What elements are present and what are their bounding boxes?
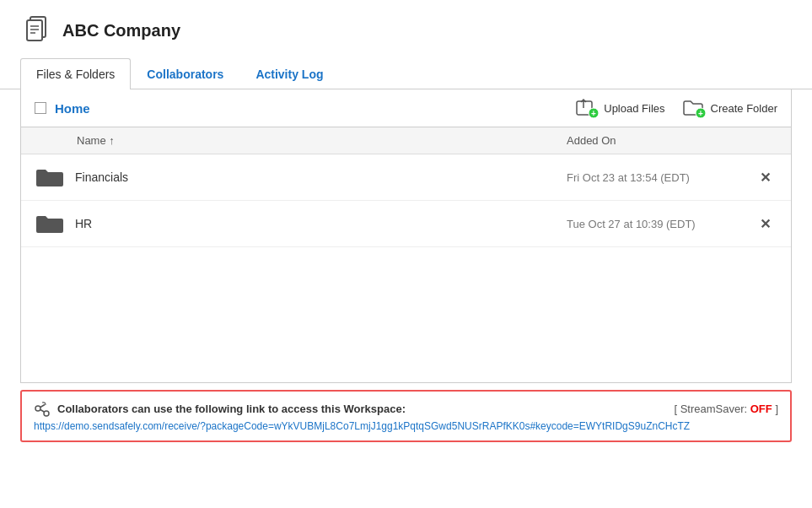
- table-header: Name ↑ Added On: [21, 127, 791, 154]
- svg-line-12: [40, 410, 45, 413]
- upload-files-label: Upload Files: [604, 102, 664, 115]
- workspace-link[interactable]: https://demo.sendsafely.com/receive/?pac…: [34, 420, 778, 432]
- select-all-checkbox[interactable]: [35, 102, 46, 114]
- svg-line-11: [40, 405, 45, 408]
- home-row: Home: [35, 101, 90, 116]
- footer-message: Collaborators can use the following link…: [57, 403, 406, 415]
- footer-left: Collaborators can use the following link…: [34, 400, 406, 417]
- streamsaver-status: [ StreamSaver: OFF ]: [674, 403, 778, 415]
- create-folder-label: Create Folder: [711, 102, 777, 115]
- table-row: HR Tue Oct 27 at 10:39 (EDT) ✕: [21, 201, 791, 247]
- share-icon: [34, 400, 51, 417]
- app-title: ABC Company: [62, 21, 180, 41]
- content-toolbar: Home + Upload Files +: [21, 89, 791, 127]
- upload-files-button[interactable]: + Upload Files: [575, 98, 664, 118]
- streamsaver-bracket: ]: [775, 403, 778, 415]
- streamsaver-label: [ StreamSaver:: [674, 403, 747, 415]
- app-header: ABC Company: [0, 0, 812, 57]
- svg-text:+: +: [591, 109, 596, 118]
- tab-files-folders[interactable]: Files & Folders: [20, 58, 131, 89]
- file-name[interactable]: HR: [75, 217, 567, 230]
- create-folder-button[interactable]: + Create Folder: [682, 98, 777, 118]
- svg-rect-1: [27, 20, 42, 41]
- delete-button[interactable]: ✕: [752, 170, 777, 186]
- column-added: Added On: [567, 134, 752, 147]
- file-date: Tue Oct 27 at 10:39 (EDT): [567, 218, 752, 230]
- toolbar-actions: + Upload Files + Create Folder: [575, 98, 777, 118]
- file-date: Fri Oct 23 at 13:54 (EDT): [567, 171, 752, 184]
- file-name[interactable]: Financials: [75, 170, 567, 184]
- empty-area: [21, 247, 791, 382]
- table-row: Financials Fri Oct 23 at 13:54 (EDT) ✕: [21, 154, 791, 201]
- tab-activity-log[interactable]: Activity Log: [239, 58, 339, 89]
- main-content: Home + Upload Files +: [20, 89, 792, 383]
- column-name: Name ↑: [35, 134, 567, 147]
- footer-top: Collaborators can use the following link…: [34, 400, 778, 417]
- create-folder-icon: +: [682, 98, 706, 118]
- svg-text:+: +: [698, 109, 703, 118]
- streamsaver-off-label[interactable]: OFF: [750, 403, 772, 415]
- delete-button[interactable]: ✕: [752, 216, 777, 232]
- folder-icon: [35, 165, 65, 190]
- tab-bar: Files & Folders Collaborators Activity L…: [0, 57, 812, 89]
- footer-box: Collaborators can use the following link…: [20, 390, 792, 442]
- tab-collaborators[interactable]: Collaborators: [131, 58, 239, 89]
- home-link[interactable]: Home: [55, 101, 90, 116]
- upload-icon: +: [575, 98, 599, 118]
- app-logo-icon: [20, 14, 54, 47]
- folder-icon: [35, 211, 65, 236]
